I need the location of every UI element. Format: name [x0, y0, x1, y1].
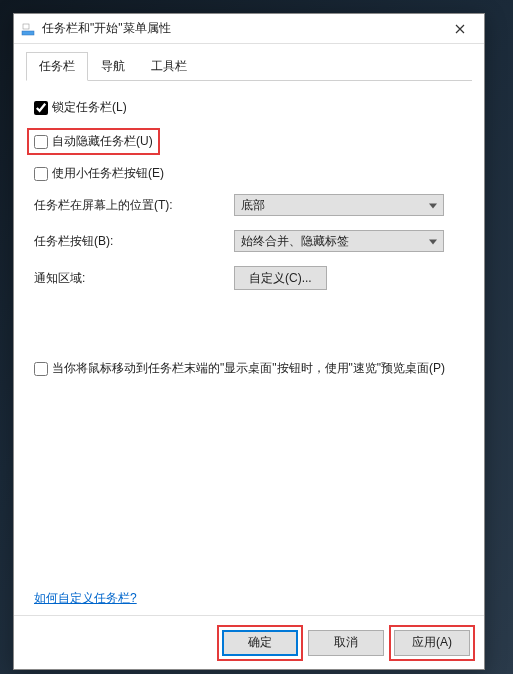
tab-toolbars[interactable]: 工具栏 — [138, 52, 200, 80]
window-title: 任务栏和"开始"菜单属性 — [42, 20, 440, 37]
location-label: 任务栏在屏幕上的位置(T): — [34, 197, 234, 214]
peek-label[interactable]: 当你将鼠标移动到任务栏末端的"显示桌面"按钮时，使用"速览"预览桌面(P) — [52, 360, 445, 377]
customize-button[interactable]: 自定义(C)... — [234, 266, 327, 290]
apply-button[interactable]: 应用(A) — [394, 630, 470, 656]
peek-checkbox[interactable] — [34, 362, 48, 376]
location-combo[interactable]: 底部 — [234, 194, 444, 216]
help-link[interactable]: 如何自定义任务栏? — [34, 591, 137, 605]
autohide-taskbar-checkbox[interactable] — [34, 135, 48, 149]
lock-taskbar-row: 锁定任务栏(L) — [34, 99, 464, 116]
small-buttons-checkbox[interactable] — [34, 167, 48, 181]
ok-button-wrap: 确定 — [222, 630, 298, 656]
taskbar-buttons-value: 始终合并、隐藏标签 — [241, 233, 349, 250]
notification-label: 通知区域: — [34, 270, 234, 287]
location-value: 底部 — [241, 197, 265, 214]
small-buttons-label[interactable]: 使用小任务栏按钮(E) — [52, 165, 164, 182]
cancel-button-wrap: 取消 — [308, 630, 384, 656]
lock-taskbar-checkbox[interactable] — [34, 101, 48, 115]
lock-taskbar-label[interactable]: 锁定任务栏(L) — [52, 99, 127, 116]
titlebar: 任务栏和"开始"菜单属性 — [14, 14, 484, 44]
properties-dialog: 任务栏和"开始"菜单属性 任务栏 导航 工具栏 锁定任务栏(L) 自动隐藏任务栏… — [13, 13, 485, 670]
help-link-row: 如何自定义任务栏? — [34, 590, 137, 607]
close-icon — [455, 24, 465, 34]
autohide-taskbar-label[interactable]: 自动隐藏任务栏(U) — [52, 133, 153, 150]
svg-rect-1 — [23, 24, 29, 29]
dialog-button-bar: 确定 取消 应用(A) — [14, 615, 484, 669]
peek-row: 当你将鼠标移动到任务栏末端的"显示桌面"按钮时，使用"速览"预览桌面(P) — [34, 360, 464, 377]
svg-rect-0 — [22, 31, 34, 35]
location-row: 任务栏在屏幕上的位置(T): 底部 — [34, 194, 464, 216]
small-buttons-row: 使用小任务栏按钮(E) — [34, 165, 464, 182]
taskbar-buttons-row: 任务栏按钮(B): 始终合并、隐藏标签 — [34, 230, 464, 252]
ok-button[interactable]: 确定 — [222, 630, 298, 656]
autohide-taskbar-row: 自动隐藏任务栏(U) — [27, 128, 160, 155]
close-button[interactable] — [440, 16, 480, 42]
tab-navigation[interactable]: 导航 — [88, 52, 138, 80]
taskbar-buttons-combo[interactable]: 始终合并、隐藏标签 — [234, 230, 444, 252]
dialog-content: 任务栏 导航 工具栏 锁定任务栏(L) 自动隐藏任务栏(U) 使用小任务栏按钮(… — [14, 44, 484, 615]
taskbar-properties-icon — [20, 21, 36, 37]
taskbar-buttons-label: 任务栏按钮(B): — [34, 233, 234, 250]
tab-panel-taskbar: 锁定任务栏(L) 自动隐藏任务栏(U) 使用小任务栏按钮(E) 任务栏在屏幕上的… — [26, 99, 472, 615]
cancel-button[interactable]: 取消 — [308, 630, 384, 656]
tab-bar: 任务栏 导航 工具栏 — [26, 52, 472, 81]
apply-button-wrap: 应用(A) — [394, 630, 470, 656]
tab-taskbar[interactable]: 任务栏 — [26, 52, 88, 81]
notification-row: 通知区域: 自定义(C)... — [34, 266, 464, 290]
